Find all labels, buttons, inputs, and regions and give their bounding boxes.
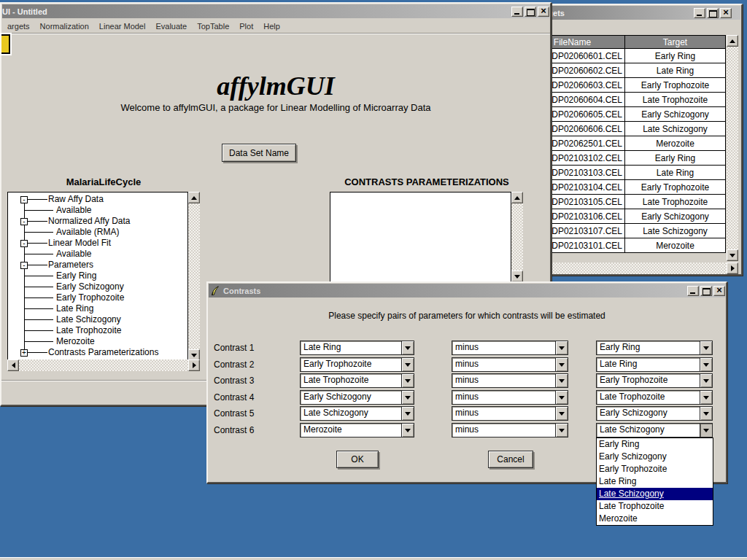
vertical-scrollbar[interactable] xyxy=(188,192,200,361)
chevron-down-icon[interactable] xyxy=(555,391,568,404)
contrast-4-op-select[interactable]: minus xyxy=(452,390,568,405)
contrast-2-op-select[interactable]: minus xyxy=(452,357,568,372)
arrow-right-icon[interactable] xyxy=(188,359,200,371)
contrast-2-right-select[interactable]: Late Ring xyxy=(596,357,713,372)
chevron-down-icon[interactable] xyxy=(555,374,568,387)
chevron-down-icon[interactable] xyxy=(700,391,712,404)
scrollbar-track[interactable] xyxy=(727,47,738,249)
maximize-icon[interactable] xyxy=(700,286,712,296)
targets-titlebar[interactable]: Targets xyxy=(520,6,740,20)
minimize-icon[interactable] xyxy=(511,7,523,17)
tree-item-label[interactable]: Available xyxy=(56,249,91,260)
close-icon[interactable] xyxy=(713,286,725,296)
close-icon[interactable] xyxy=(538,7,549,17)
tree-item-label[interactable]: Late Trophozoite xyxy=(56,325,121,336)
contrast-3-left-select[interactable]: Late Trophozoite xyxy=(300,373,414,388)
tree-item[interactable]: Late Trophozoite xyxy=(8,325,187,336)
tree-item[interactable]: Late Schizogony xyxy=(8,314,187,325)
tree-item[interactable]: Late Ring xyxy=(8,303,187,314)
tree-item-label[interactable]: Early Trophozoite xyxy=(56,292,124,303)
tree-item[interactable]: -Raw Affy Data xyxy=(8,194,187,205)
chevron-down-icon[interactable] xyxy=(700,407,712,420)
tree-item-label[interactable]: Normalized Affy Data xyxy=(48,216,131,227)
tree-item-label[interactable]: Early Ring xyxy=(56,271,96,281)
tree-collapse-icon[interactable]: - xyxy=(20,218,28,225)
contrast-1-left-select[interactable]: Late Ring xyxy=(300,341,414,355)
chevron-down-icon[interactable] xyxy=(555,341,568,354)
menu-normalization[interactable]: Normalization xyxy=(35,20,94,32)
chevron-down-icon[interactable] xyxy=(555,407,568,420)
tree-item-label[interactable]: Raw Affy Data xyxy=(48,194,104,205)
scrollbar-track[interactable] xyxy=(531,262,727,274)
close-icon[interactable] xyxy=(720,8,732,18)
arrow-up-icon[interactable] xyxy=(511,192,523,203)
horizontal-scrollbar[interactable] xyxy=(7,359,200,371)
menu-plot[interactable]: Plot xyxy=(234,20,258,32)
tree-item[interactable]: Early Ring xyxy=(8,271,187,281)
chevron-down-icon[interactable] xyxy=(401,407,414,420)
menu-toptable[interactable]: TopTable xyxy=(192,20,234,32)
tree-item[interactable]: Early Trophozoite xyxy=(8,292,187,303)
tree-item[interactable]: -Normalized Affy Data xyxy=(8,216,187,227)
dropdown-option-selected[interactable]: Late Schizogony xyxy=(597,488,713,500)
scrollbar-track[interactable] xyxy=(188,203,200,349)
contrast-3-op-select[interactable]: minus xyxy=(452,373,568,388)
menu-evaluate[interactable]: Evaluate xyxy=(150,20,192,32)
arrow-up-icon[interactable] xyxy=(727,35,738,47)
contrast-5-op-select[interactable]: minus xyxy=(452,406,568,421)
cancel-button[interactable]: Cancel xyxy=(488,451,533,468)
minimize-icon[interactable] xyxy=(694,8,705,18)
tree-item[interactable]: -Parameters xyxy=(8,260,187,271)
chevron-down-icon[interactable] xyxy=(401,341,414,354)
data-set-name-button[interactable]: Data Set Name xyxy=(222,144,296,162)
chevron-down-icon[interactable] xyxy=(700,374,712,387)
main-titlebar[interactable]: UI - Untitled xyxy=(2,4,549,18)
minimize-icon[interactable] xyxy=(687,286,699,296)
column-header-target[interactable]: Target xyxy=(625,36,726,49)
contrast-5-left-select[interactable]: Late Schizogony xyxy=(300,406,414,421)
chevron-down-icon[interactable] xyxy=(700,341,712,354)
tree-item-label[interactable]: Available xyxy=(56,205,91,216)
tree-item-label[interactable]: Late Schizogony xyxy=(56,314,121,325)
ok-button[interactable]: OK xyxy=(336,451,379,468)
chevron-down-icon[interactable] xyxy=(401,391,414,404)
arrow-right-icon[interactable] xyxy=(727,262,738,274)
chevron-down-icon[interactable] xyxy=(555,424,568,437)
menu-targets[interactable]: argets xyxy=(2,20,35,32)
contrast-2-left-select[interactable]: Early Trophozoite xyxy=(300,357,414,372)
tree-item[interactable]: Merozoite xyxy=(8,336,187,347)
contrast-6-right-select[interactable]: Late Schizogony xyxy=(596,423,713,438)
menu-linear-model[interactable]: Linear Model xyxy=(94,20,151,32)
tree-item-label[interactable]: Contrasts Parameterizations xyxy=(48,347,158,358)
tree-item[interactable]: Available xyxy=(8,249,187,260)
maximize-icon[interactable] xyxy=(525,7,536,17)
arrow-up-icon[interactable] xyxy=(188,192,200,203)
vertical-scrollbar[interactable] xyxy=(511,192,523,282)
maximize-icon[interactable] xyxy=(707,8,719,18)
contrasts-titlebar[interactable]: Contrasts xyxy=(209,284,725,298)
tree-collapse-icon[interactable]: - xyxy=(20,240,28,247)
dropdown-option[interactable]: Late Trophozoite xyxy=(597,500,713,513)
contrast-6-op-select[interactable]: minus xyxy=(452,423,568,438)
contrast-1-right-select[interactable]: Early Ring xyxy=(596,341,713,355)
contrast-4-left-select[interactable]: Early Schizogony xyxy=(300,390,414,405)
arrow-down-icon[interactable] xyxy=(727,249,738,261)
contrast-4-right-select[interactable]: Late Trophozoite xyxy=(596,390,713,405)
dropdown-option[interactable]: Merozoite xyxy=(597,513,713,525)
vertical-scrollbar[interactable] xyxy=(727,35,738,261)
tree-item[interactable]: Available xyxy=(8,205,187,216)
tree-item-label[interactable]: Available (RMA) xyxy=(56,227,119,238)
contrast-1-op-select[interactable]: minus xyxy=(452,341,568,355)
dropdown-option[interactable]: Early Trophozoite xyxy=(597,463,713,475)
chevron-down-icon[interactable] xyxy=(700,358,712,371)
tree-collapse-icon[interactable]: - xyxy=(20,262,28,269)
tree-item-label[interactable]: Merozoite xyxy=(56,336,95,347)
toolbar-icon[interactable] xyxy=(1,34,10,54)
tree-item[interactable]: Early Schizogony xyxy=(8,281,187,292)
tree-expand-icon[interactable]: + xyxy=(20,349,28,357)
chevron-down-icon[interactable] xyxy=(401,374,414,387)
chevron-down-icon[interactable] xyxy=(401,358,414,371)
dropdown-option[interactable]: Late Ring xyxy=(597,475,713,488)
contrast-3-right-select[interactable]: Early Trophozoite xyxy=(596,373,713,388)
tree-item[interactable]: -Linear Model Fit xyxy=(8,238,187,249)
